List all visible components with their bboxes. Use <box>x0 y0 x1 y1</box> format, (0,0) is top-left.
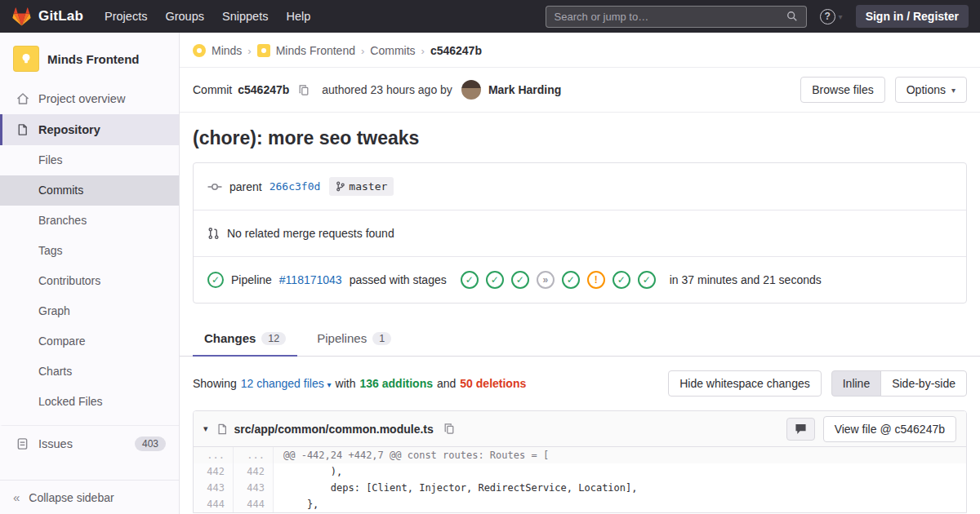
pipeline-status-icon: ✓ <box>207 272 224 288</box>
sidebar-item-repository[interactable]: Repository <box>0 114 179 145</box>
diff-file-card: ▾ src/app/common/common.module.ts <box>193 410 967 513</box>
nav-projects[interactable]: Projects <box>105 10 147 23</box>
diff-hunk-row: ... ... @@ -442,24 +442,7 @@ const route… <box>194 447 966 463</box>
hide-whitespace-button[interactable]: Hide whitespace changes <box>668 370 822 397</box>
group-avatar <box>193 44 206 57</box>
pipelines-count-badge: 1 <box>372 332 391 345</box>
stage-check-icon[interactable]: ✓ <box>486 271 504 289</box>
brand-name: GitLab <box>38 8 83 24</box>
sidebar-item-locked-files[interactable]: Locked Files <box>0 387 179 417</box>
breadcrumb-project[interactable]: Minds Frontend <box>276 44 355 57</box>
old-line-number[interactable]: 444 <box>194 496 234 512</box>
stage-check-icon[interactable]: ✓ <box>461 271 479 289</box>
issues-icon <box>16 437 29 450</box>
sidebar-nav: Project overview Repository Files Commit… <box>0 83 179 461</box>
new-line-number[interactable]: 442 <box>234 463 274 480</box>
author-name[interactable]: Mark Harding <box>488 83 561 96</box>
branch-badge[interactable]: master <box>329 177 394 196</box>
stage-check-icon[interactable]: ✓ <box>612 271 630 289</box>
stage-check-icon[interactable]: ✓ <box>562 271 580 289</box>
sidebar-item-label: Project overview <box>38 92 125 105</box>
tab-label: Pipelines <box>317 331 367 345</box>
commit-meta-row: Commit c546247b authored 23 hours ago by… <box>180 68 980 113</box>
changed-files-dropdown[interactable]: 12 changed files ▾ <box>241 377 332 390</box>
project-context[interactable]: Minds Frontend <box>0 33 179 83</box>
collapse-icon: « <box>13 490 20 504</box>
gitlab-home-link[interactable]: GitLab <box>11 7 83 26</box>
new-line-number[interactable]: ... <box>234 447 274 463</box>
comment-bubble-icon <box>795 423 807 435</box>
top-navbar: GitLab Projects Groups Snippets Help ? ▾… <box>0 0 980 33</box>
old-line-number[interactable]: 442 <box>194 463 234 480</box>
merge-request-icon <box>207 227 220 240</box>
stage-check-icon[interactable]: ✓ <box>511 271 529 289</box>
author-avatar[interactable] <box>461 80 481 100</box>
commit-info-box: parent 266c3f0d master No related m <box>193 162 967 304</box>
stage-warn-icon[interactable]: ! <box>587 271 605 289</box>
diff-view-toggle: Inline Side-by-side <box>831 370 967 397</box>
new-line-number[interactable]: 444 <box>234 496 274 512</box>
showing-label: Showing <box>193 377 237 390</box>
breadcrumb-commits[interactable]: Commits <box>370 44 415 57</box>
search-box[interactable] <box>546 6 807 28</box>
search-input[interactable] <box>555 11 786 23</box>
breadcrumb-separator: › <box>421 45 425 57</box>
pipeline-id-link[interactable]: #118171043 <box>279 273 342 286</box>
code-line: deps: [Client, Injector, RedirectService… <box>274 480 966 496</box>
diff-table: ... ... @@ -442,24 +442,7 @@ const route… <box>194 447 966 512</box>
sidebar-item-label: Repository <box>38 123 100 136</box>
changes-summary-bar: Showing 12 changed files ▾ with 136 addi… <box>180 357 980 410</box>
view-file-button[interactable]: View file @ c546247b <box>823 416 956 442</box>
stage-check-icon[interactable]: ✓ <box>638 271 656 289</box>
inline-view-button[interactable]: Inline <box>831 370 881 397</box>
help-menu[interactable]: ? ▾ <box>820 9 843 24</box>
breadcrumb-commit-sha: c546247b <box>430 44 482 57</box>
old-line-number[interactable]: 443 <box>194 480 234 496</box>
sidebar-item-files[interactable]: Files <box>0 145 179 175</box>
parent-row: parent 266c3f0d master <box>194 163 966 210</box>
sidebar-item-tags[interactable]: Tags <box>0 236 179 266</box>
breadcrumb-separator: › <box>247 45 251 57</box>
collapse-sidebar-button[interactable]: « Collapse sidebar <box>0 480 179 514</box>
breadcrumb-group[interactable]: Minds <box>212 44 242 57</box>
nav-snippets[interactable]: Snippets <box>222 10 268 23</box>
project-sidebar: Minds Frontend Project overview Reposito… <box>0 33 180 514</box>
diff-file-header: ▾ src/app/common/common.module.ts <box>194 411 966 447</box>
sidebar-item-issues[interactable]: Issues 403 <box>0 425 179 461</box>
browse-files-button[interactable]: Browse files <box>800 77 884 103</box>
nav-groups[interactable]: Groups <box>165 10 204 23</box>
sidebar-item-project-overview[interactable]: Project overview <box>0 83 179 114</box>
with-label: with <box>336 377 356 390</box>
main-menu: Projects Groups Snippets Help <box>105 10 310 23</box>
options-dropdown[interactable]: Options ▾ <box>895 77 967 103</box>
issues-count-badge: 403 <box>135 436 166 451</box>
copy-file-path-button[interactable] <box>443 423 455 435</box>
code-line: ), <box>274 463 966 480</box>
sidebar-item-graph[interactable]: Graph <box>0 296 179 326</box>
tab-label: Changes <box>204 331 256 345</box>
commit-title: (chore): more seo tweaks <box>193 127 967 149</box>
stage-skip-icon[interactable]: » <box>537 271 555 289</box>
tab-changes[interactable]: Changes 12 <box>193 321 297 357</box>
new-line-number[interactable]: 443 <box>234 480 274 496</box>
sign-in-button[interactable]: Sign in / Register <box>856 5 969 28</box>
sidebar-item-branches[interactable]: Branches <box>0 206 179 236</box>
sidebar-item-contributors[interactable]: Contributors <box>0 266 179 296</box>
collapse-diff-caret[interactable]: ▾ <box>203 423 208 434</box>
nav-help[interactable]: Help <box>286 10 310 23</box>
pipeline-duration: in 37 minutes and 21 seconds <box>670 273 822 286</box>
project-name: Minds Frontend <box>47 52 140 66</box>
sidebar-item-commits[interactable]: Commits <box>0 175 179 206</box>
file-icon <box>216 423 228 436</box>
and-label: and <box>437 377 456 390</box>
sidebar-item-charts[interactable]: Charts <box>0 357 179 387</box>
old-line-number[interactable]: ... <box>194 447 234 463</box>
tab-pipelines[interactable]: Pipelines 1 <box>305 321 403 357</box>
diff-file-path[interactable]: src/app/common/common.module.ts <box>234 423 434 436</box>
search-icon <box>786 11 798 22</box>
side-by-side-view-button[interactable]: Side-by-side <box>880 370 967 397</box>
copy-sha-button[interactable] <box>298 84 310 96</box>
sidebar-item-compare[interactable]: Compare <box>0 326 179 357</box>
parent-sha-link[interactable]: 266c3f0d <box>270 180 321 193</box>
comment-button[interactable] <box>786 418 815 441</box>
